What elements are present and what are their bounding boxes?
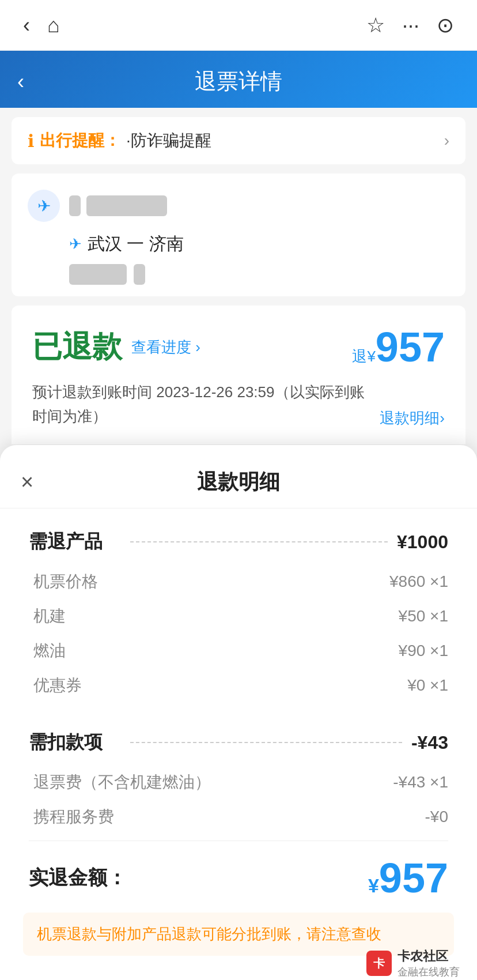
notice-text: 机票退款与附加产品退款可能分批到账，请注意查收 [37, 923, 381, 945]
blurred-date-1 [69, 264, 127, 285]
flight-card: ✈ ✈ 武汉 一 济南 [12, 174, 465, 296]
record-button[interactable]: ⊙ [437, 13, 454, 37]
back-button[interactable]: ‹ [23, 13, 30, 37]
service-fee-label: 携程服务费 [33, 806, 114, 828]
ticket-price-label: 机票价格 [33, 571, 98, 593]
page-title: 退票详情 [195, 67, 282, 96]
dotted-line-1 [130, 541, 388, 542]
blurred-content-1 [69, 195, 81, 216]
total-refund-amount: ¥957 [368, 857, 448, 899]
coupon-row: 优惠券 ¥0 ×1 [29, 674, 448, 696]
alert-banner[interactable]: ℹ 出行提醒： ·防诈骗提醒 › [12, 117, 465, 164]
star-button[interactable]: ☆ [366, 13, 385, 37]
refunded-status-text: 已退款 [32, 327, 122, 367]
route-text: 武汉 一 济南 [88, 232, 184, 256]
airport-fee-label: 机建 [33, 605, 66, 627]
section-divider [29, 840, 448, 841]
watermark: 卡 卡农社区 金融在线教育 [366, 948, 460, 979]
page-header: ‹ 退票详情 [0, 51, 477, 108]
home-button[interactable]: ⌂ [47, 13, 60, 37]
coupon-label: 优惠券 [33, 674, 82, 696]
sheet-close-button[interactable]: × [21, 470, 33, 495]
check-progress-link[interactable]: 查看进度 › [131, 337, 200, 357]
blurred-content-2 [86, 195, 167, 216]
dotted-line-2 [130, 742, 402, 743]
status-bar: ‹ ⌂ ☆ ··· ⊙ [0, 0, 477, 51]
flight-logo-icon: ✈ [28, 190, 60, 222]
ticket-price-row: 机票价格 ¥860 ×1 [29, 571, 448, 593]
refund-fee-row: 退票费（不含机建燃油） -¥43 ×1 [29, 771, 448, 793]
airport-fee-value: ¥50 ×1 [399, 607, 448, 625]
airport-fee-row: 机建 ¥50 ×1 [29, 605, 448, 627]
refund-fee-label: 退票费（不含机建燃油） [33, 771, 211, 793]
fuel-fee-row: 燃油 ¥90 ×1 [29, 640, 448, 662]
more-button[interactable]: ··· [402, 13, 419, 37]
sheet-header: × 退款明细 [0, 445, 477, 508]
coupon-value: ¥0 ×1 [407, 676, 448, 695]
refund-detail-link[interactable]: 退款明细› [380, 408, 445, 428]
alert-arrow-icon: › [444, 131, 449, 150]
total-refund-label: 实退金额： [29, 865, 127, 891]
watermark-icon: 卡 [366, 951, 392, 976]
alert-label: 出行提醒： [40, 130, 120, 152]
deduction-section: 需扣款项 -¥43 退票费（不含机建燃油） -¥43 ×1 携程服务费 -¥0 [0, 709, 477, 828]
bottom-sheet: × 退款明细 需退产品 ¥1000 机票价格 ¥860 ×1 机建 ¥50 ×1… [0, 445, 477, 980]
alert-info-icon: ℹ [28, 131, 34, 151]
needs-refund-section: 需退产品 ¥1000 机票价格 ¥860 ×1 机建 ¥50 ×1 燃油 ¥90… [0, 508, 477, 696]
needs-refund-label: 需退产品 [29, 529, 121, 555]
fuel-fee-value: ¥90 ×1 [399, 642, 448, 660]
total-refund-section: 实退金额： ¥957 [0, 857, 477, 899]
needs-refund-main-row: 需退产品 ¥1000 [29, 529, 448, 555]
fuel-fee-label: 燃油 [33, 640, 66, 662]
plane-route-icon: ✈ [69, 235, 82, 253]
blurred-date-2 [134, 264, 145, 285]
service-fee-row: 携程服务费 -¥0 [29, 806, 448, 828]
watermark-name: 卡农社区 [398, 948, 460, 965]
service-fee-value: -¥0 [425, 808, 448, 826]
deduction-label: 需扣款项 [29, 730, 121, 755]
ticket-price-value: ¥860 ×1 [389, 572, 448, 591]
refund-prefix-label: 退¥ [352, 348, 375, 365]
deduction-main-row: 需扣款项 -¥43 [29, 730, 448, 755]
refund-amount: 957 [376, 324, 445, 370]
deduction-value: -¥43 [411, 732, 448, 753]
needs-refund-value: ¥1000 [397, 532, 448, 553]
refund-note-text: 预计退款到账时间 2023-12-26 23:59（以实际到账 时间为准） [32, 380, 365, 428]
alert-text: ·防诈骗提醒 [126, 130, 211, 152]
refund-status-area: 已退款 查看进度 › 退¥957 预计退款到账时间 2023-12-26 23:… [12, 306, 465, 445]
watermark-sub: 金融在线教育 [398, 965, 460, 979]
sheet-title: 退款明细 [197, 468, 280, 496]
header-back-button[interactable]: ‹ [17, 70, 24, 94]
refund-fee-value: -¥43 ×1 [393, 773, 448, 791]
